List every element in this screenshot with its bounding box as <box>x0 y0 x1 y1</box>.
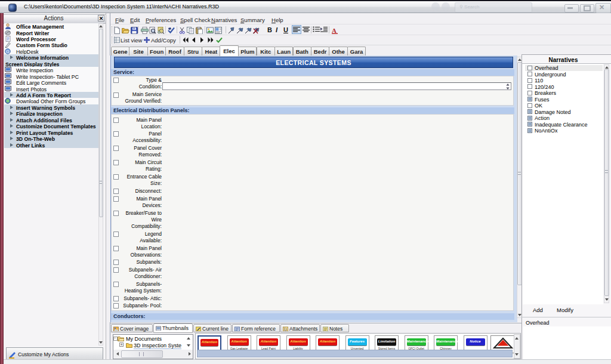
svg-text:G: G <box>6 49 10 54</box>
svg-text:A: A <box>332 27 337 34</box>
